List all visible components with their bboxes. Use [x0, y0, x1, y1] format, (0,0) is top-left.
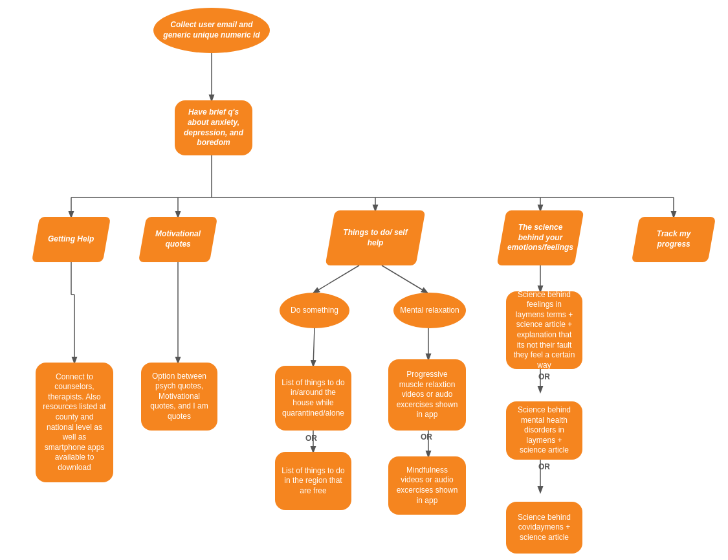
node-list-region-free: List of things to do in the region that … [275, 452, 351, 510]
or-label-1: OR [305, 434, 317, 443]
node-mindfulness: Mindfulness videos or audio excercises s… [388, 456, 466, 515]
node-science: The science behind your emotions/feeling… [497, 210, 584, 265]
node-collect: Collect user email and generic unique nu… [153, 8, 270, 53]
node-do-something: Do something [280, 293, 349, 328]
svg-line-12 [314, 265, 359, 293]
node-connect: Connect to counselors, therapists. Also … [36, 363, 113, 482]
node-track: Track my progress [632, 217, 716, 262]
node-science-mental: Science behind mental health disorders i… [506, 401, 582, 460]
svg-line-13 [382, 265, 427, 293]
node-science-covid: Science behind covidaymens + science art… [506, 502, 582, 554]
or-label-2: OR [421, 432, 432, 442]
node-brief-q: Have brief q's about anxiety, depression… [175, 100, 252, 155]
flowchart: Collect user email and generic unique nu… [0, 0, 728, 560]
node-progressive: Progressive muscle relaxtion videos or a… [388, 359, 466, 431]
or-label-3: OR [538, 372, 550, 381]
node-motivational: Motivational quotes [138, 217, 217, 262]
node-things-todo: Things to do/ self help [325, 210, 426, 265]
node-option-quotes: Option between psych quotes, Motivationa… [141, 363, 217, 431]
node-mental-relax: Mental relaxation [393, 293, 466, 328]
node-list-house: List of things to do in/around the house… [275, 366, 351, 431]
node-getting-help: Getting Help [32, 217, 111, 262]
svg-line-14 [313, 328, 314, 366]
node-science-feelings: Science behind feelings in laymens terms… [506, 291, 582, 369]
or-label-4: OR [538, 462, 550, 471]
